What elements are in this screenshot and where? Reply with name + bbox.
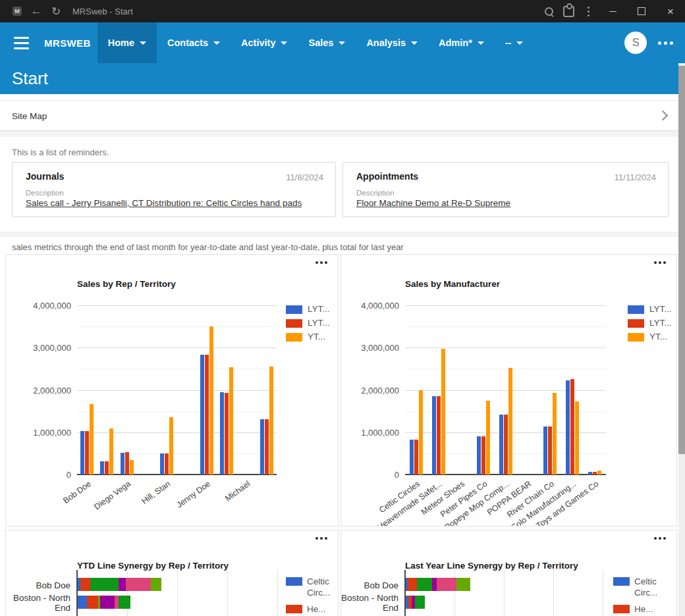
y-axis-tick-label: 2,000,000 xyxy=(16,386,71,396)
grid-line xyxy=(454,570,455,616)
reminder-card-journals: Journals 11/8/2024 Description Sales cal… xyxy=(12,162,336,217)
grid-line xyxy=(127,570,128,616)
y-axis-tick-label: 1,000,000 xyxy=(344,428,399,438)
grid-line xyxy=(77,347,277,348)
grid-line xyxy=(77,453,277,454)
close-button[interactable]: × xyxy=(656,0,685,22)
bar xyxy=(419,390,423,475)
chart-canvas: Last Year Line Synergy by Rep / Territor… xyxy=(341,530,676,616)
chart-panel-sales-by-rep: Sales by Rep / Territory01,000,0002,000,… xyxy=(5,254,339,526)
legend-label: He... xyxy=(307,603,339,615)
y-axis-tick-label: 1,000,000 xyxy=(16,428,71,438)
scrollbar-thumb[interactable] xyxy=(678,66,685,454)
maximize-button[interactable] xyxy=(627,0,656,22)
nav-item-admin[interactable]: Admin* xyxy=(428,22,495,63)
card-title: Journals xyxy=(26,171,64,182)
journal-link[interactable]: Sales call - Jerry Pisanelli, CT Distrib… xyxy=(26,198,302,208)
app-window: M ← ↻ MRSweb - Start × MRSWEB Home Conta… xyxy=(0,0,685,616)
charts-caption: sales metrics through the end of last mo… xyxy=(12,242,404,252)
chevron-right-icon[interactable] xyxy=(658,111,669,121)
refresh-icon[interactable]: ↻ xyxy=(46,1,66,21)
nav-label: Admin* xyxy=(439,38,472,48)
bar xyxy=(432,396,436,475)
bar xyxy=(410,440,414,475)
grid-line xyxy=(553,570,554,616)
appointment-link[interactable]: Floor Machine Demo at Re-D Supreme xyxy=(356,198,510,208)
bar xyxy=(109,428,113,475)
y-axis-line xyxy=(76,570,78,616)
bar-segment xyxy=(87,596,98,609)
bar xyxy=(130,460,134,475)
legend-swatch xyxy=(286,319,302,328)
nav-item-dashes[interactable]: -- xyxy=(495,22,534,63)
grid-line xyxy=(405,305,606,306)
reminders-section: This is a list of reminders. Journals 11… xyxy=(0,137,678,232)
nav-item-contacts[interactable]: Contacts xyxy=(157,22,231,63)
nav-item-activity[interactable]: Activity xyxy=(231,22,298,63)
bar xyxy=(260,419,264,475)
bar xyxy=(90,404,94,475)
legend-label: Celtic Circ... xyxy=(634,576,672,598)
extensions-icon[interactable] xyxy=(559,1,578,21)
grid-line xyxy=(504,570,505,616)
y-axis-tick-label: 2,000,000 xyxy=(344,386,399,396)
avatar[interactable]: S xyxy=(624,32,647,54)
bar xyxy=(265,419,269,475)
bar xyxy=(593,472,597,475)
bar-segment xyxy=(100,596,115,609)
y-axis-tick-label: 0 xyxy=(344,470,399,480)
legend-swatch xyxy=(628,319,644,328)
bar xyxy=(229,367,233,475)
chevron-down-icon xyxy=(478,41,484,45)
legend-swatch xyxy=(286,333,302,342)
chart-canvas: YTD Line Synergy by Rep / TerritoryBob D… xyxy=(6,530,338,616)
sitemap-row[interactable]: Site Map xyxy=(0,94,678,131)
grid-line xyxy=(603,570,603,616)
reminders-intro: This is a list of reminders. xyxy=(12,147,109,157)
chart-title: Sales by Rep / Territory xyxy=(77,279,176,289)
chevron-down-icon xyxy=(281,41,287,45)
bar xyxy=(508,368,512,475)
navbar-overflow-icon[interactable] xyxy=(658,41,673,45)
nav-label: -- xyxy=(505,38,512,48)
browser-menu-icon[interactable] xyxy=(578,1,598,21)
bar xyxy=(209,326,213,475)
bar-segment xyxy=(456,578,470,591)
legend-swatch xyxy=(286,305,302,314)
bar xyxy=(477,436,481,475)
back-icon[interactable]: ← xyxy=(26,1,46,21)
bar xyxy=(80,431,84,475)
legend-swatch xyxy=(628,333,644,342)
app-favicon: M xyxy=(13,7,22,16)
zoom-icon[interactable] xyxy=(539,1,559,21)
grid-line xyxy=(77,411,277,412)
hamburger-menu-icon[interactable] xyxy=(13,33,30,53)
bar-segment xyxy=(119,578,126,591)
grid-line xyxy=(77,305,277,306)
sitemap-label: Site Map xyxy=(12,111,47,121)
bar xyxy=(588,472,592,475)
description-label: Description xyxy=(26,189,64,197)
nav-item-home[interactable]: Home xyxy=(97,22,157,63)
chevron-down-icon xyxy=(516,41,523,45)
legend-swatch xyxy=(286,605,302,613)
legend-swatch xyxy=(286,577,302,586)
row-label: Boston - North End xyxy=(5,593,70,613)
titlebar-controls: × xyxy=(539,0,685,22)
nav-item-analysis[interactable]: Analysis xyxy=(356,22,428,63)
brand-logo[interactable]: MRSWEB xyxy=(44,38,91,49)
grid-line xyxy=(77,432,277,433)
reminder-card-appointments: Appointments 11/11/2024 Description Floo… xyxy=(342,162,669,217)
minimize-button[interactable] xyxy=(598,0,627,22)
y-axis-tick-label: 0 xyxy=(16,470,71,480)
grid-line xyxy=(405,326,606,327)
nav-label: Analysis xyxy=(366,38,406,48)
x-axis-category-label: Jenny Doe xyxy=(175,479,213,509)
bar xyxy=(105,461,109,475)
bar xyxy=(269,367,273,475)
y-axis-tick-label: 4,000,000 xyxy=(16,301,71,311)
legend-label: LYT... xyxy=(649,304,672,314)
nav-item-sales[interactable]: Sales xyxy=(298,22,356,63)
grid-line xyxy=(177,570,178,616)
legend-label: YT... xyxy=(649,332,667,342)
